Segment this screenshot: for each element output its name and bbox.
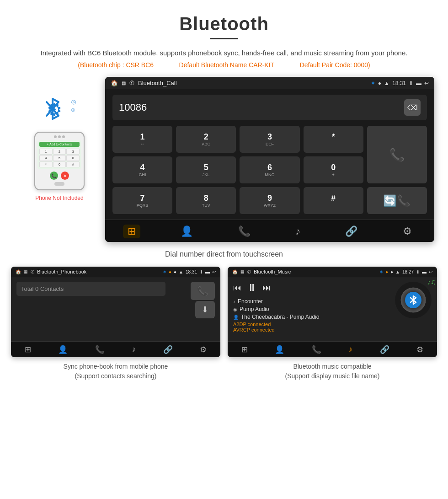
- music-note-icon: ♪: [233, 299, 235, 304]
- toolbar-call-icon[interactable]: 📞: [234, 225, 255, 238]
- ph-home-icon: 🏠: [16, 269, 21, 274]
- phone-end-button: ✕: [61, 172, 69, 180]
- vinyl-disc-wrap: ♪♫: [395, 282, 432, 318]
- key-3[interactable]: 3 DEF: [240, 126, 299, 153]
- phone-key: 5: [53, 155, 66, 161]
- music-caption-line1: Bluetooth music compatible: [293, 363, 371, 370]
- toolbar-contacts-icon[interactable]: 👤: [176, 225, 197, 238]
- phone-call-button: 📞: [50, 172, 58, 180]
- music-content: ⏮ ⏸ ⏭ ♪ Encounter ◉ Pump Audio 👤 The: [228, 277, 437, 341]
- call-time: 18:31: [392, 80, 406, 86]
- toolbar-settings-icon[interactable]: ⚙: [398, 225, 416, 238]
- mu-tb-link[interactable]: 🔗: [380, 345, 389, 354]
- mu-back-icon: ↩: [429, 269, 432, 274]
- ph-tb-keypad[interactable]: ⊞: [25, 345, 31, 354]
- phone-key: 3: [66, 149, 80, 155]
- ph-menu-icon: ▬: [205, 269, 210, 274]
- backspace-button[interactable]: ⌫: [404, 99, 421, 116]
- subtitle-text: Integrated with BC6 Bluetooth module, su…: [0, 48, 448, 59]
- key-0[interactable]: 0 +: [304, 156, 363, 183]
- bt-vinyl-svg: [408, 295, 418, 305]
- phonebook-toolbar: ⊞ 👤 📞 ♪ 🔗 ⚙: [11, 341, 220, 357]
- mu-bt-icon: ✶: [379, 269, 383, 274]
- mu-tb-music[interactable]: ♪: [349, 345, 353, 354]
- mu-app-name: Bluetooth_Music: [254, 269, 377, 274]
- dialer-number-display: 10086: [119, 102, 404, 113]
- key-2[interactable]: 2 ABC: [176, 126, 236, 153]
- key-6[interactable]: 6 MNO: [240, 156, 299, 183]
- phonebook-caption: Sync phone-book from mobile phone (Suppo…: [64, 362, 168, 381]
- call-indicator-icon: ✆: [129, 80, 134, 86]
- toolbar-link-icon[interactable]: 🔗: [341, 225, 362, 238]
- phone-key: 4: [39, 155, 53, 161]
- key-7[interactable]: 7 PQRS: [112, 187, 172, 214]
- mu-tb-settings[interactable]: ⚙: [416, 345, 423, 354]
- mu-tb-call[interactable]: 📞: [312, 345, 321, 354]
- ph-tb-settings[interactable]: ⚙: [200, 345, 207, 354]
- music-panel: 🏠 ▦ ✆ Bluetooth_Music ✶ ● ● ▲ 18:27 ⬆ ▬ …: [228, 267, 437, 381]
- a2dp-status: A2DP connected: [233, 322, 390, 327]
- bluetooth-symbol-icon: ⚙: [47, 100, 62, 120]
- phone-key: #: [66, 161, 80, 167]
- ph-tb-link[interactable]: 🔗: [163, 345, 173, 354]
- ph-status-right: ✶ ● ● ▲ 18:31 ⬆ ▬ ↩: [163, 269, 216, 274]
- phone-screen: + Add to Contacts 1 2 3 4 5 6 * 0 #: [37, 140, 81, 169]
- signal-icon: ▦: [122, 80, 126, 86]
- phonebook-status-bar: 🏠 ▦ ✆ Bluetooth_Phonebook ✶ ● ● ▲ 18:31 …: [11, 267, 220, 277]
- mu-call-icon: ✆: [247, 269, 251, 274]
- phone-home-button: [54, 182, 64, 186]
- phone-keypad: 1 2 3 4 5 6 * 0 #: [39, 149, 80, 167]
- music-toolbar: ⊞ 👤 📞 ♪ 🔗 ⚙: [228, 341, 437, 357]
- dialer-area: 10086 ⌫ 1 ◦◦ 2 ABC 3 DEF *: [105, 89, 434, 220]
- phonebook-download-button[interactable]: ⬇: [195, 301, 215, 318]
- phonebook-search-input[interactable]: Total 0 Contacts: [16, 282, 165, 296]
- next-button[interactable]: ⏭: [262, 283, 271, 293]
- home-icon: 🏠: [111, 80, 118, 86]
- mu-tb-keypad[interactable]: ⊞: [241, 345, 248, 354]
- phone-dot: [54, 135, 57, 138]
- wifi-icon: ●: [378, 80, 381, 86]
- play-pause-button[interactable]: ⏸: [247, 282, 257, 294]
- redial-icon: 🔄📞: [383, 194, 411, 207]
- key-5[interactable]: 5 JKL: [176, 156, 236, 183]
- vinyl-disc: [395, 282, 432, 318]
- specs-line: (Bluetooth chip : CSR BC6 Default Blueto…: [0, 61, 448, 69]
- call-button[interactable]: 📞: [367, 126, 427, 183]
- redial-button[interactable]: 🔄📞: [367, 187, 427, 214]
- spec-code: Default Pair Code: 0000): [300, 61, 370, 69]
- signal-bars-icon: ▲: [384, 80, 389, 86]
- key-8[interactable]: 8 TUV: [176, 187, 236, 214]
- call-screen-caption: Dial number direct from touchscreen: [0, 246, 448, 267]
- key-star[interactable]: *: [304, 126, 363, 153]
- toolbar-music-icon[interactable]: ♪: [291, 225, 305, 238]
- ph-tb-music[interactable]: ♪: [132, 345, 136, 354]
- phonebook-call-button[interactable]: 📞: [191, 282, 215, 300]
- prev-button[interactable]: ⏮: [233, 283, 241, 293]
- avrcp-status: AVRCP connected: [233, 327, 390, 333]
- phonebook-screen: 🏠 ▦ ✆ Bluetooth_Phonebook ✶ ● ● ▲ 18:31 …: [11, 267, 220, 357]
- bt-status-icon: ✶: [371, 80, 375, 86]
- phone-mockup: + Add to Contacts 1 2 3 4 5 6 * 0 # 📞 ✕: [34, 132, 85, 190]
- key-4[interactable]: 4 GHI: [112, 156, 172, 183]
- key-hash[interactable]: #: [304, 187, 363, 214]
- mu-status-right: ✶ ● ● ▲ 18:27 ⬆ ▬ ↩: [379, 269, 432, 274]
- key-9[interactable]: 9 WXYZ: [240, 187, 299, 214]
- ph-tb-contacts[interactable]: 👤: [58, 345, 68, 354]
- call-phone-icon: 📞: [389, 147, 405, 162]
- title-divider: [210, 38, 238, 39]
- mu-expand-icon: ⬆: [416, 269, 420, 274]
- spec-chip: (Bluetooth chip : CSR BC6: [78, 61, 154, 69]
- song-title: ♪ Encounter: [233, 298, 390, 305]
- ph-call-icon: ✆: [31, 269, 34, 274]
- toolbar-keypad-icon[interactable]: ⊞: [123, 225, 140, 238]
- key-1[interactable]: 1 ◦◦: [112, 126, 172, 153]
- phone-key: 0: [53, 161, 66, 167]
- mu-tb-contacts[interactable]: 👤: [275, 345, 284, 354]
- ph-dot-icon: ●: [169, 269, 171, 274]
- ph-tb-call[interactable]: 📞: [95, 345, 105, 354]
- mu-home-icon: 🏠: [232, 269, 238, 274]
- artist-name: 👤 The Cheebacabra - Pump Audio: [233, 314, 390, 320]
- album-title: ◉ Pump Audio: [233, 306, 390, 312]
- mu-signal-icon: ▦: [240, 269, 245, 274]
- spec-name: Default Bluetooth Name CAR-KIT: [179, 61, 275, 69]
